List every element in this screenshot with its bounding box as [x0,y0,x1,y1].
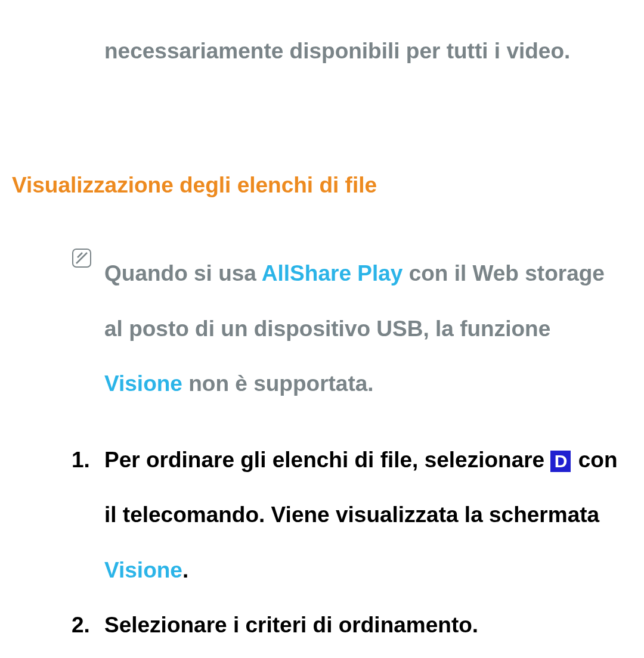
item1-part1: Per ordinare gli elenchi di file, selezi… [104,448,550,472]
item1-highlight: Visione [104,558,182,582]
note-block: Quando si usa AllShare Play con il Web s… [104,246,614,412]
note-icon [72,248,92,268]
heading-text: Visualizzazione degli elenchi di file [12,173,377,197]
item2-text: Selezionare i criteri di ordinamento. [104,613,478,637]
d-button-icon: D [550,451,571,472]
numbered-list: 1. Per ordinare gli elenchi di file, sel… [72,433,620,653]
section-heading: Visualizzazione degli elenchi di file [12,169,632,202]
note-part1: Quando si usa [104,261,262,285]
item1-part3: . [182,558,188,582]
list-item-2: 2. Selezionare i criteri di ordinamento. [72,598,620,653]
intro-text: necessariamente disponibili per tutti i … [104,39,570,63]
list-number-2: 2. [72,598,90,653]
intro-paragraph: necessariamente disponibili per tutti i … [104,24,608,79]
list-item-1: 1. Per ordinare gli elenchi di file, sel… [72,433,620,598]
note-highlight1: AllShare Play [262,261,403,285]
list-number-1: 1. [72,433,90,488]
note-part3: non è supportata. [182,371,374,396]
note-text: Quando si usa AllShare Play con il Web s… [104,261,605,396]
note-highlight2: Visione [104,371,182,396]
svg-line-2 [78,253,82,257]
